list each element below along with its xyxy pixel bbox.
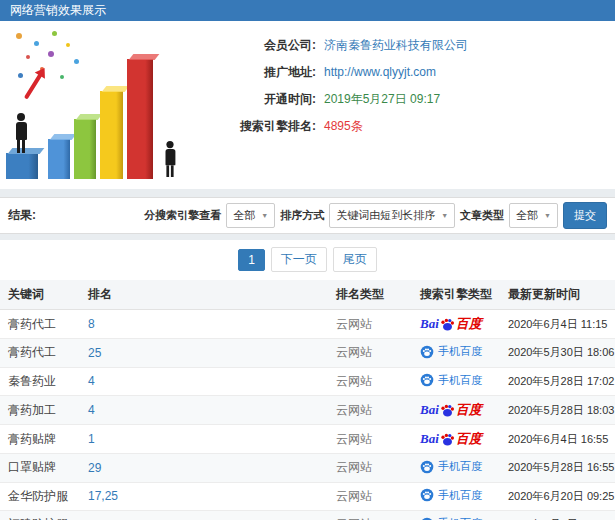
table-row: 金华防护服 17,25 云网站 手机百度 2020年6月20日 09:25 (0, 482, 615, 511)
rank-cell[interactable]: 4 (80, 367, 328, 396)
decoration-dot (60, 75, 64, 79)
keyword-cell: 金华防护服 (0, 482, 80, 511)
updated-cell: 2020年5月28日 18:03 (500, 396, 615, 425)
rank-cell[interactable]: 29 (80, 454, 328, 483)
bar-blue (48, 139, 70, 179)
mobile-baidu-badge: 手机百度 (420, 488, 482, 503)
submit-button[interactable]: 提交 (563, 202, 607, 229)
rank-cell[interactable]: 1 (80, 425, 328, 454)
updated-cell: 2020年5月30日 18:06 (500, 339, 615, 368)
promo-url-label: 推广地址: (194, 64, 316, 81)
baidu-logo: Bai 百度 (420, 315, 482, 333)
rank-cell[interactable]: 10 (80, 511, 328, 520)
decoration-dot (48, 51, 54, 57)
chevron-down-icon: ▼ (441, 212, 448, 219)
rank-type-cell: 云网站 (328, 454, 412, 483)
baidu-logo-cn: 百度 (456, 315, 482, 333)
marketing-report-page: 网络营销效果展示 (0, 0, 615, 520)
member-company-label: 会员公司: (194, 37, 316, 54)
decoration-dot (74, 59, 79, 64)
header-engine-type: 搜索引擎类型 (412, 280, 500, 310)
decoration-dot (52, 31, 57, 36)
mobile-baidu-badge: 手机百度 (420, 516, 482, 520)
chevron-down-icon: ▼ (544, 212, 551, 219)
article-type-value: 全部 (516, 208, 538, 223)
bar-green (74, 119, 96, 179)
engine-filter-label: 分搜索引擎查看 (144, 208, 221, 223)
filter-controls: 分搜索引擎查看 全部 ▼ 排序方式 关键词由短到长排序 ▼ 文章类型 全部 ▼ … (144, 202, 607, 229)
rank-cell[interactable]: 4 (80, 396, 328, 425)
engine-cell: 手机百度 (412, 367, 500, 396)
growth-chart-illustration (4, 27, 194, 183)
pagination: 1 下一页 尾页 (0, 240, 615, 280)
page-title: 网络营销效果展示 (10, 3, 106, 17)
rank-count-value: 4895条 (324, 118, 363, 135)
baidu-logo-latin: Bai (420, 402, 439, 418)
header-rank: 排名 (80, 280, 328, 310)
table-row: 膏药加工 4 云网站 Bai 百度 2020年5月28日 18:03 (0, 396, 615, 425)
keyword-cell: 膏药代工 (0, 339, 80, 368)
engine-cell: 手机百度 (412, 511, 500, 520)
mobile-baidu-badge: 手机百度 (420, 373, 482, 388)
engine-cell: Bai 百度 (412, 425, 500, 454)
open-time-value: 2019年5月27日 09:17 (324, 91, 440, 108)
rank-type-cell: 云网站 (328, 310, 412, 339)
businessman-figure (13, 113, 29, 153)
engine-filter-value: 全部 (233, 208, 255, 223)
bar-yellow (100, 91, 123, 179)
results-panel: 1 下一页 尾页 关键词 排名 排名类型 搜索引擎类型 最新更新时间 膏药代工 … (0, 240, 615, 520)
article-type-label: 文章类型 (460, 208, 504, 223)
baidu-logo-cn: 百度 (456, 430, 482, 448)
table-row: 膏药代工 25 云网站 手机百度 2020年5月30日 18:06 (0, 339, 615, 368)
member-company-link[interactable]: 济南秦鲁药业科技有限公司 (324, 37, 468, 54)
rank-cell[interactable]: 25 (80, 339, 328, 368)
open-time-row: 开通时间: 2019年5月27日 09:17 (194, 91, 468, 108)
page-1-button[interactable]: 1 (238, 249, 265, 271)
engine-filter-select[interactable]: 全部 ▼ (226, 203, 275, 228)
sort-filter-value: 关键词由短到长排序 (336, 208, 435, 223)
keyword-cell: 秦鲁药业 (0, 367, 80, 396)
next-page-button[interactable]: 下一页 (271, 247, 327, 272)
keyword-cell: 福建防护服 (0, 511, 80, 520)
mobile-baidu-badge: 手机百度 (420, 344, 482, 359)
rank-type-cell: 云网站 (328, 367, 412, 396)
header-updated: 最新更新时间 (500, 280, 615, 310)
rank-count-label: 搜索引擎排名: (194, 118, 316, 135)
rank-cell[interactable]: 17,25 (80, 482, 328, 511)
table-row: 膏药代工 8 云网站 Bai 百度 2020年6月4日 11:15 (0, 310, 615, 339)
baidu-logo: Bai 百度 (420, 430, 482, 448)
member-info: 会员公司: 济南秦鲁药业科技有限公司 推广地址: http://www.qlyy… (194, 21, 468, 189)
keyword-cell: 膏药加工 (0, 396, 80, 425)
promo-url-link[interactable]: http://www.qlyyjt.com (324, 64, 436, 81)
engine-cell: Bai 百度 (412, 396, 500, 425)
chevron-down-icon: ▼ (261, 212, 268, 219)
mobile-baidu-icon (420, 460, 434, 474)
mobile-baidu-label: 手机百度 (438, 459, 482, 474)
table-row: 福建防护服 10 云网站 手机百度 2020年6月4日 11:10 (0, 511, 615, 520)
engine-cell: 手机百度 (412, 339, 500, 368)
rank-type-cell: 云网站 (328, 425, 412, 454)
baidu-paw-icon (440, 403, 455, 418)
updated-cell: 2020年5月28日 16:55 (500, 454, 615, 483)
baidu-paw-icon (440, 317, 455, 332)
article-type-select[interactable]: 全部 ▼ (509, 203, 558, 228)
promo-url-row: 推广地址: http://www.qlyyjt.com (194, 64, 468, 81)
keyword-rank-table: 关键词 排名 排名类型 搜索引擎类型 最新更新时间 膏药代工 8 云网站 Bai (0, 280, 615, 520)
keyword-cell: 膏药代工 (0, 310, 80, 339)
sort-filter-select[interactable]: 关键词由短到长排序 ▼ (329, 203, 455, 228)
engine-cell: Bai 百度 (412, 310, 500, 339)
rank-count-row: 搜索引擎排名: 4895条 (194, 118, 468, 135)
bar-red (127, 59, 153, 179)
last-page-button[interactable]: 尾页 (333, 247, 377, 272)
baidu-logo-latin: Bai (420, 316, 439, 332)
mobile-baidu-icon (420, 345, 434, 359)
result-label: 结果: (8, 207, 36, 224)
mobile-baidu-label: 手机百度 (438, 344, 482, 359)
updated-cell: 2020年6月4日 16:55 (500, 425, 615, 454)
table-row: 秦鲁药业 4 云网站 手机百度 2020年5月28日 17:02 (0, 367, 615, 396)
rank-cell[interactable]: 8 (80, 310, 328, 339)
mobile-baidu-label: 手机百度 (438, 488, 482, 503)
engine-cell: 手机百度 (412, 454, 500, 483)
updated-cell: 2020年6月4日 11:15 (500, 310, 615, 339)
decoration-dot (18, 73, 23, 78)
